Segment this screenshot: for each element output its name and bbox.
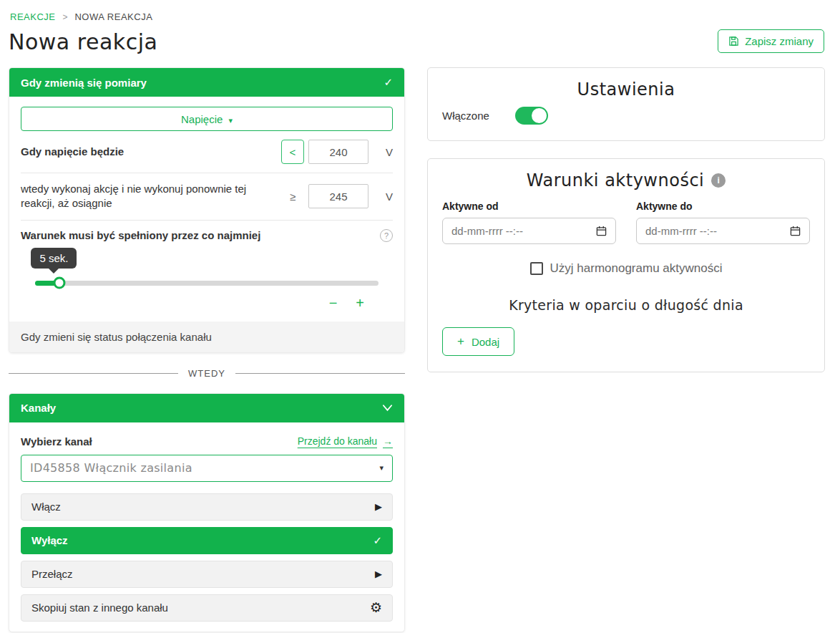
active-to-input[interactable]: dd-mm-rrrr --:--: [636, 218, 810, 244]
toggle-knob: [532, 108, 547, 123]
metric-dropdown-button[interactable]: Napięcie ▾: [21, 107, 393, 131]
arrow-right-icon: →: [383, 435, 393, 447]
action-label: Skopiuj stan z innego kanału: [31, 601, 168, 614]
minus-button[interactable]: −: [329, 296, 338, 310]
channels-card-title: Kanały: [21, 402, 56, 414]
threshold-value-input[interactable]: [308, 140, 368, 164]
breadcrumb-separator: >: [62, 12, 67, 22]
channel-select[interactable]: ID45858 Włącznik zasilania ▾: [21, 455, 393, 482]
condition-row-reset: wtedy wykonaj akcję i nie wykonuj ponown…: [21, 173, 393, 221]
slider-handle[interactable]: [53, 277, 65, 289]
gear-icon: ⚙: [370, 601, 382, 614]
caret-down-icon: ▾: [379, 463, 384, 473]
check-icon: ✓: [373, 534, 382, 547]
channels-card: Kanały Wybierz kanał Przejdź do kanału →…: [9, 393, 405, 632]
channel-select-label: Wybierz kanał: [21, 435, 92, 448]
enabled-toggle[interactable]: [515, 107, 548, 125]
channel-select-row: Wybierz kanał Przejdź do kanału →: [21, 435, 393, 448]
active-from-group: Aktywne od dd-mm-rrrr --:--: [442, 200, 616, 244]
day-length-criteria-heading: Kryteria w oparciu o długość dnia: [442, 297, 810, 313]
breadcrumb-reakcje-link[interactable]: REAKCJE: [10, 11, 55, 22]
chevron-down-icon: ▾: [229, 116, 233, 125]
then-divider: WTEDY: [9, 368, 405, 379]
divider-line-right: [235, 373, 405, 374]
channels-card-body: Wybierz kanał Przejdź do kanału → ID4585…: [9, 422, 404, 632]
duration-label: Warunek musi być spełniony przez co najm…: [21, 229, 260, 241]
trigger-card-title: Gdy zmienią się pomiary: [21, 77, 147, 89]
action-label: Przełącz: [31, 568, 73, 580]
schedule-checkbox[interactable]: [530, 262, 543, 275]
action-item-wlacz[interactable]: Włącz ▶: [21, 493, 393, 521]
threshold-unit-label: V: [380, 146, 393, 158]
add-button-label: Dodaj: [472, 336, 499, 348]
right-column: Ustawienia Włączone Warunki aktywności i…: [427, 67, 825, 632]
save-icon: [728, 36, 739, 47]
page: REAKCJE > NOWA REAKCJA Nowa reakcja Zapi…: [0, 0, 840, 632]
slider-value-tooltip: 5 sek.: [31, 248, 77, 269]
channel-select-value: ID45858 Włącznik zasilania: [30, 461, 192, 475]
action-item-wylacz[interactable]: Wyłącz ✓: [21, 527, 393, 554]
chevron-down-icon: [382, 404, 393, 412]
action-label: Wyłącz: [31, 534, 68, 546]
enabled-toggle-row: Włączone: [442, 107, 810, 125]
duration-slider-zone: 5 sek.: [21, 242, 393, 286]
left-column: Gdy zmienią się pomiary ✓ Napięcie ▾ Gdy…: [9, 67, 405, 632]
active-to-group: Aktywne do dd-mm-rrrr --:--: [636, 200, 810, 244]
play-icon: ▶: [375, 501, 382, 512]
condition-row-threshold: Gdy napięcie będzie < V: [21, 131, 393, 173]
operator-lt-button[interactable]: <: [281, 140, 304, 164]
condition-threshold-label: Gdy napięcie będzie: [21, 145, 124, 159]
calendar-icon[interactable]: [790, 226, 801, 236]
goto-channel-label: Przejdź do kanału: [298, 435, 377, 447]
save-changes-button[interactable]: Zapisz zmiany: [718, 29, 824, 53]
breadcrumb-current: NOWA REAKCJA: [74, 11, 152, 22]
active-to-label: Aktywne do: [636, 200, 810, 212]
operator-gte-button[interactable]: ≥: [281, 184, 304, 208]
active-to-placeholder: dd-mm-rrrr --:--: [645, 225, 717, 237]
help-icon[interactable]: ?: [380, 229, 393, 242]
play-icon: ▶: [375, 569, 382, 579]
condition-threshold-controls: < V: [281, 140, 393, 164]
calendar-icon[interactable]: [596, 226, 607, 236]
channels-card-header[interactable]: Kanały: [9, 394, 404, 422]
action-label: Włącz: [31, 501, 61, 513]
trigger-card-header[interactable]: Gdy zmienią się pomiary ✓: [9, 68, 404, 97]
trigger-card-body: Napięcie ▾ Gdy napięcie będzie < V wtedy…: [9, 97, 404, 322]
breadcrumb: REAKCJE > NOWA REAKCJA: [9, 9, 824, 24]
duration-slider[interactable]: [35, 281, 379, 286]
reset-unit-label: V: [380, 190, 393, 203]
trigger-alt-connection-status[interactable]: Gdy zmieni się status połączenia kanału: [9, 322, 404, 352]
goto-channel-link[interactable]: Przejdź do kanału →: [298, 435, 393, 447]
schedule-checkbox-label: Użyj harmonogramu aktywności: [550, 261, 723, 276]
settings-title: Ustawienia: [442, 79, 810, 100]
action-item-przelacz[interactable]: Przełącz ▶: [21, 561, 393, 588]
active-from-placeholder: dd-mm-rrrr --:--: [451, 225, 523, 237]
save-button-label: Zapisz zmiany: [745, 35, 814, 47]
trigger-card: Gdy zmienią się pomiary ✓ Napięcie ▾ Gdy…: [9, 67, 405, 353]
main-columns: Gdy zmienią się pomiary ✓ Napięcie ▾ Gdy…: [9, 67, 824, 632]
divider-label: WTEDY: [188, 368, 225, 379]
duration-steppers: − +: [21, 286, 393, 314]
settings-card: Ustawienia Włączone: [427, 67, 825, 141]
action-list: Włącz ▶ Wyłącz ✓ Przełącz ▶ Skopiuj st: [21, 493, 393, 624]
activity-title-row: Warunki aktywności i: [442, 170, 810, 190]
add-criteria-button[interactable]: + Dodaj: [442, 327, 514, 356]
title-row: Nowa reakcja Zapisz zmiany: [9, 29, 824, 54]
active-from-label: Aktywne od: [442, 200, 616, 212]
active-range-grid: Aktywne od dd-mm-rrrr --:-- Aktywne do d…: [442, 200, 810, 244]
plus-icon: +: [457, 334, 464, 349]
condition-reset-controls: ≥ V: [281, 184, 393, 208]
activity-title: Warunki aktywności: [527, 170, 705, 190]
info-icon[interactable]: i: [711, 173, 726, 188]
duration-row: Warunek musi być spełniony przez co najm…: [21, 221, 393, 242]
enabled-label: Włączone: [442, 110, 489, 122]
schedule-checkbox-row[interactable]: Użyj harmonogramu aktywności: [442, 261, 810, 276]
plus-button[interactable]: +: [356, 296, 364, 310]
metric-dropdown-label: Napięcie: [181, 113, 223, 125]
active-from-input[interactable]: dd-mm-rrrr --:--: [442, 218, 616, 244]
reset-value-input[interactable]: [308, 184, 368, 208]
check-icon: ✓: [384, 76, 393, 89]
action-item-skopiuj-stan[interactable]: Skopiuj stan z innego kanału ⚙: [21, 594, 393, 622]
divider-line-left: [9, 373, 178, 374]
page-title: Nowa reakcja: [9, 29, 157, 54]
